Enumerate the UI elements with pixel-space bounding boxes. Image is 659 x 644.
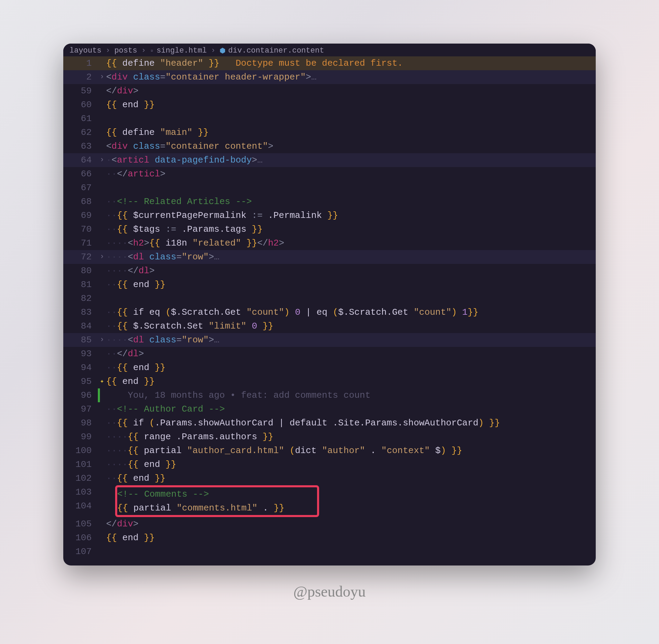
fold-icon[interactable]: › [98, 153, 106, 167]
line-number: 2 [63, 70, 98, 84]
line-number: 62 [63, 126, 98, 139]
line-number: 72 [63, 250, 98, 264]
line-number: 61 [63, 112, 98, 126]
git-add-marker [98, 388, 100, 402]
line-number: 85 [63, 333, 98, 347]
code-line[interactable]: 95✦ {{ end }} [63, 375, 596, 388]
code-line[interactable]: 103 [63, 485, 596, 499]
warning-text: Doctype must be declared first. [220, 58, 403, 68]
line-number: 60 [63, 98, 98, 112]
line-number: 101 [63, 458, 98, 471]
watermark: @pseudoyu [293, 583, 365, 600]
code-line[interactable]: 97 ··<!-- Author Card --> [63, 402, 596, 416]
code-line[interactable]: 1 {{ define "header" }} Doctype must be … [63, 56, 596, 70]
git-blame: You, 18 months ago • feat: add comments … [128, 390, 370, 401]
code-line[interactable]: 84 ··{{ $.Scratch.Set "limit" 0 }} [63, 319, 596, 333]
fold-icon[interactable]: › [98, 250, 106, 264]
code-line[interactable]: 104 [63, 499, 596, 513]
code-line[interactable]: 98 ··{{ if (.Params.showAuthorCard | def… [63, 416, 596, 430]
line-number: 69 [63, 209, 98, 222]
code-line[interactable]: 83 ··{{ if eq ($.Scratch.Get "count") 0 … [63, 305, 596, 319]
line-number: 64 [63, 153, 98, 167]
code-line[interactable]: 64 › ·<articl data-pagefind-body>… [63, 153, 596, 167]
line-number: 104 [63, 499, 98, 513]
line-number: 1 [63, 56, 98, 70]
code-line[interactable]: 69 ··{{ $currentPagePermalink := .Permal… [63, 209, 596, 222]
line-number: 63 [63, 139, 98, 153]
code-line[interactable]: 66 ··</articl> [63, 167, 596, 181]
line-number: 103 [63, 485, 98, 499]
fold-icon[interactable]: › [98, 333, 106, 347]
line-number: 83 [63, 305, 98, 319]
code-line[interactable]: 60 {{ end }} [63, 98, 596, 112]
code-line[interactable]: 59 </div> [63, 84, 596, 98]
line-number: 98 [63, 416, 98, 430]
code-line[interactable]: 63 <div class="container content"> [63, 139, 596, 153]
line-number: 102 [63, 471, 98, 485]
code-line[interactable]: 70 ··{{ $tags := .Params.tags }} [63, 222, 596, 236]
code-line[interactable]: 71 ····<h2>{{ i18n "related" }}</h2> [63, 236, 596, 250]
breadcrumb-seg[interactable]: div.container.content [228, 46, 324, 55]
line-number: 80 [63, 264, 98, 278]
chevron-right-icon: › [211, 46, 215, 55]
line-number: 107 [63, 545, 98, 559]
fold-icon[interactable]: › [98, 70, 106, 84]
chevron-right-icon: › [105, 46, 110, 55]
code-line[interactable]: 82 [63, 292, 596, 305]
line-number: 59 [63, 84, 98, 98]
code-line[interactable]: 100 ····{{ partial "author_card.html" (d… [63, 444, 596, 458]
line-number: 96 [63, 388, 98, 402]
code-line[interactable]: 102 ··{{ end }} [63, 471, 596, 485]
line-number: 66 [63, 167, 98, 181]
file-icon: ▫ [150, 47, 154, 54]
code-line[interactable]: 72 › ····<dl class="row">… [63, 250, 596, 264]
sparkle-icon: ✦ [100, 375, 104, 388]
code-line[interactable]: 80 ····</dl> [63, 264, 596, 278]
line-number: 93 [63, 347, 98, 361]
code-line[interactable]: 85 › ····<dl class="row">… [63, 333, 596, 347]
code-body[interactable]: 1 {{ define "header" }} Doctype must be … [63, 56, 596, 565]
line-number: 94 [63, 361, 98, 375]
line-number: 67 [63, 181, 98, 195]
line-number: 81 [63, 278, 98, 292]
code-line[interactable]: 81 ··{{ end }} [63, 278, 596, 292]
code-line[interactable]: 101 ····{{ end }} [63, 458, 596, 471]
code-line[interactable]: 99 ····{{ range .Params.authors }} [63, 430, 596, 444]
breadcrumb[interactable]: layouts › posts › ▫ single.html › ⬢ div.… [63, 44, 596, 56]
code-line[interactable]: 67 [63, 181, 596, 195]
breadcrumb-seg[interactable]: posts [114, 46, 137, 55]
breadcrumb-seg[interactable]: layouts [69, 46, 101, 55]
line-number: 97 [63, 402, 98, 416]
line-number: 95✦ [63, 375, 98, 388]
block-icon: ⬢ [220, 46, 225, 55]
code-line[interactable]: 68 ··<!-- Related Articles --> [63, 195, 596, 209]
code-line[interactable]: 96 You, 18 months ago • feat: add commen… [63, 388, 596, 402]
line-number: 82 [63, 292, 98, 305]
code-line[interactable]: 105 </div> [63, 517, 596, 531]
line-number: 71 [63, 236, 98, 250]
line-number: 106 [63, 531, 98, 545]
line-number: 99 [63, 430, 98, 444]
editor-window: layouts › posts › ▫ single.html › ⬢ div.… [63, 44, 596, 565]
chevron-right-icon: › [141, 46, 146, 55]
code-line[interactable]: 107 [63, 545, 596, 559]
code-line[interactable]: 2 › <div class="container header-wrapper… [63, 70, 596, 84]
breadcrumb-seg[interactable]: single.html [157, 46, 207, 55]
line-number: 68 [63, 195, 98, 209]
code-line[interactable]: 61 [63, 112, 596, 126]
line-number: 105 [63, 517, 98, 531]
line-number: 70 [63, 222, 98, 236]
code-line[interactable]: 62 {{ define "main" }} [63, 126, 596, 139]
code-line[interactable]: 93 ··</dl> [63, 347, 596, 361]
line-number: 100 [63, 444, 98, 458]
code-line[interactable]: 106 {{ end }} [63, 531, 596, 545]
fold-gutter [98, 56, 106, 70]
line-number: 84 [63, 319, 98, 333]
code-line[interactable]: 94 ··{{ end }} [63, 361, 596, 375]
